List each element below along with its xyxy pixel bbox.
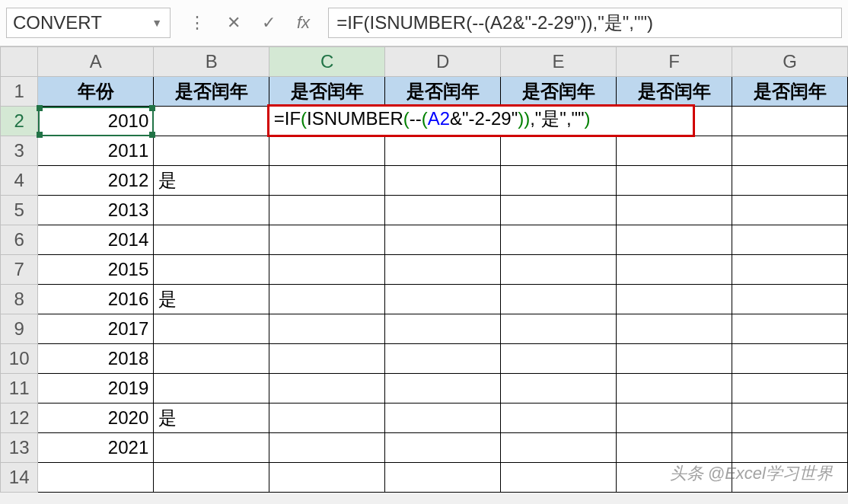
row-header-6[interactable]: 6 xyxy=(1,225,38,255)
cell-G8[interactable] xyxy=(732,285,848,314)
cell-C14[interactable] xyxy=(269,463,385,493)
col-header-D[interactable]: D xyxy=(385,47,501,77)
cell-G14[interactable] xyxy=(732,463,848,493)
cell-E1[interactable]: 是否闰年 xyxy=(501,77,617,107)
cell-F11[interactable] xyxy=(617,374,732,404)
cell-C12[interactable] xyxy=(269,404,385,433)
row-header-12[interactable]: 12 xyxy=(1,404,38,433)
cell-F14[interactable] xyxy=(617,463,732,493)
cell-D8[interactable] xyxy=(385,285,501,314)
cell-D6[interactable] xyxy=(385,225,501,255)
cell-C8[interactable] xyxy=(269,285,385,314)
cell-B8[interactable]: 是 xyxy=(154,285,269,314)
cell-E5[interactable] xyxy=(501,196,617,225)
cell-B2[interactable] xyxy=(154,107,269,136)
cell-E6[interactable] xyxy=(501,225,617,255)
cell-B5[interactable] xyxy=(154,196,269,225)
row-header-4[interactable]: 4 xyxy=(1,166,38,196)
cell-C10[interactable] xyxy=(269,344,385,374)
cell-E10[interactable] xyxy=(501,344,617,374)
cell-C11[interactable] xyxy=(269,374,385,404)
row-header-11[interactable]: 11 xyxy=(1,374,38,404)
cell-D1[interactable]: 是否闰年 xyxy=(385,77,501,107)
cell-E7[interactable] xyxy=(501,255,617,285)
cell-F5[interactable] xyxy=(617,196,732,225)
more-icon[interactable]: ⋮ xyxy=(189,13,206,33)
cell-C9[interactable] xyxy=(269,314,385,344)
cell-F8[interactable] xyxy=(617,285,732,314)
formula-input[interactable]: =IF(ISNUMBER(--(A2&"-2-29")),"是","") xyxy=(328,8,842,38)
cell-F7[interactable] xyxy=(617,255,732,285)
row-header-8[interactable]: 8 xyxy=(1,285,38,314)
cell-A4[interactable]: 2012 xyxy=(38,166,154,196)
cell-G2[interactable] xyxy=(732,107,848,136)
cell-G13[interactable] xyxy=(732,433,848,463)
cell-G10[interactable] xyxy=(732,344,848,374)
cell-E13[interactable] xyxy=(501,433,617,463)
row-header-14[interactable]: 14 xyxy=(1,463,38,493)
cell-B6[interactable] xyxy=(154,225,269,255)
col-header-A[interactable]: A xyxy=(38,47,154,77)
cell-C6[interactable] xyxy=(269,225,385,255)
cell-G7[interactable] xyxy=(732,255,848,285)
cell-D13[interactable] xyxy=(385,433,501,463)
cell-F1[interactable]: 是否闰年 xyxy=(617,77,732,107)
cell-A8[interactable]: 2016 xyxy=(38,285,154,314)
cell-A14[interactable] xyxy=(38,463,154,493)
cell-E12[interactable] xyxy=(501,404,617,433)
cell-A11[interactable]: 2019 xyxy=(38,374,154,404)
row-header-1[interactable]: 1 xyxy=(1,77,38,107)
spreadsheet-grid[interactable]: A B C D E F G 1 年份 是否闰年 是否闰年 是否闰年 是否闰年 是… xyxy=(0,46,848,493)
cell-A6[interactable]: 2014 xyxy=(38,225,154,255)
row-header-2[interactable]: 2 xyxy=(1,107,38,136)
col-header-F[interactable]: F xyxy=(617,47,732,77)
cell-F12[interactable] xyxy=(617,404,732,433)
cell-E4[interactable] xyxy=(501,166,617,196)
select-all-corner[interactable] xyxy=(1,47,38,77)
cell-F6[interactable] xyxy=(617,225,732,255)
cell-G12[interactable] xyxy=(732,404,848,433)
in-cell-formula-editor[interactable]: =IF(ISNUMBER(--(A2&"-2-29")),"是","") xyxy=(267,104,695,137)
cell-A12[interactable]: 2020 xyxy=(38,404,154,433)
col-header-B[interactable]: B xyxy=(154,47,269,77)
row-header-10[interactable]: 10 xyxy=(1,344,38,374)
cell-B11[interactable] xyxy=(154,374,269,404)
row-header-5[interactable]: 5 xyxy=(1,196,38,225)
row-header-9[interactable]: 9 xyxy=(1,314,38,344)
cell-G5[interactable] xyxy=(732,196,848,225)
cell-D10[interactable] xyxy=(385,344,501,374)
cell-B14[interactable] xyxy=(154,463,269,493)
cell-D7[interactable] xyxy=(385,255,501,285)
cell-D3[interactable] xyxy=(385,136,501,166)
cell-G9[interactable] xyxy=(732,314,848,344)
cell-F4[interactable] xyxy=(617,166,732,196)
row-header-7[interactable]: 7 xyxy=(1,255,38,285)
cell-D4[interactable] xyxy=(385,166,501,196)
cell-A13[interactable]: 2021 xyxy=(38,433,154,463)
confirm-icon[interactable]: ✓ xyxy=(262,13,276,33)
cell-B1[interactable]: 是否闰年 xyxy=(154,77,269,107)
cell-C13[interactable] xyxy=(269,433,385,463)
col-header-G[interactable]: G xyxy=(732,47,848,77)
cell-A9[interactable]: 2017 xyxy=(38,314,154,344)
cell-C1[interactable]: 是否闰年 xyxy=(269,77,385,107)
row-header-3[interactable]: 3 xyxy=(1,136,38,166)
cell-G3[interactable] xyxy=(732,136,848,166)
cell-D9[interactable] xyxy=(385,314,501,344)
cell-A10[interactable]: 2018 xyxy=(38,344,154,374)
cell-B7[interactable] xyxy=(154,255,269,285)
cell-G11[interactable] xyxy=(732,374,848,404)
cell-F9[interactable] xyxy=(617,314,732,344)
cell-G4[interactable] xyxy=(732,166,848,196)
chevron-down-icon[interactable]: ▼ xyxy=(148,17,165,29)
cell-C7[interactable] xyxy=(269,255,385,285)
cell-A5[interactable]: 2013 xyxy=(38,196,154,225)
cell-B4[interactable]: 是 xyxy=(154,166,269,196)
cell-D14[interactable] xyxy=(385,463,501,493)
cell-D11[interactable] xyxy=(385,374,501,404)
cell-B13[interactable] xyxy=(154,433,269,463)
fx-icon[interactable]: fx xyxy=(297,13,310,33)
row-header-13[interactable]: 13 xyxy=(1,433,38,463)
cell-B3[interactable] xyxy=(154,136,269,166)
cell-B10[interactable] xyxy=(154,344,269,374)
